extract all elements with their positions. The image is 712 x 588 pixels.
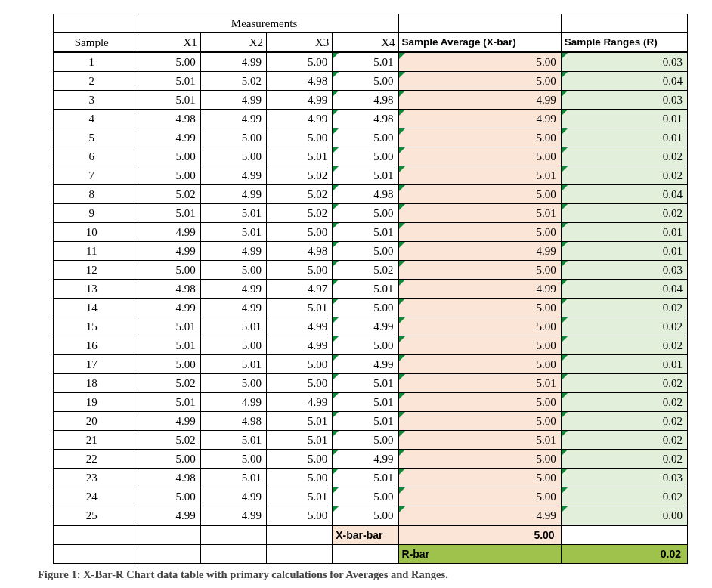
cell-x3: 5.01 [267,412,333,431]
cell-x2: 5.00 [200,450,266,469]
rbar-value: 0.02 [561,545,687,564]
table-row: 155.015.014.994.995.000.02 [54,317,688,336]
cell-x3: 5.00 [267,355,333,374]
cell-sample: 13 [54,280,135,299]
cell-range: 0.01 [561,223,687,242]
cell-x4: 5.01 [333,374,398,393]
cell-xbar: 5.00 [398,147,561,166]
cell-x1: 5.01 [135,336,200,355]
cell-range: 0.02 [561,431,687,450]
cell-sample: 14 [54,299,135,317]
cell-x1: 5.01 [135,91,200,110]
table-row: 215.025.015.015.005.010.02 [54,431,688,450]
cell-xbar: 5.00 [398,336,561,355]
cell-x1: 4.98 [135,280,200,299]
cell-xbar: 5.01 [398,204,561,223]
cell-x2: 5.02 [200,72,266,91]
cell-x4: 5.00 [333,506,398,526]
cell-x2: 5.00 [200,261,266,280]
cell-x1: 4.99 [135,299,200,317]
cell-x3: 4.99 [267,91,333,110]
cell-x2: 4.99 [200,52,266,72]
cell-x2: 5.00 [200,374,266,393]
cell-range: 0.02 [561,450,687,469]
cell-x1: 5.01 [135,72,200,91]
table-row: 165.015.004.995.005.000.02 [54,336,688,355]
cell-x4: 4.98 [333,110,398,128]
cell-range: 0.02 [561,393,687,412]
cell-x3: 5.01 [267,147,333,166]
cell-x2: 5.00 [200,128,266,147]
cell-x3: 4.99 [267,336,333,355]
blank-cell [267,525,333,545]
cell-x4: 5.02 [333,261,398,280]
cell-x1: 5.01 [135,317,200,336]
cell-x3: 5.00 [267,223,333,242]
cell-range: 0.02 [561,317,687,336]
cell-x2: 4.99 [200,280,266,299]
cell-sample: 1 [54,52,135,72]
cell-range: 0.02 [561,147,687,166]
blank-cell [200,525,266,545]
cell-x2: 5.01 [200,431,266,450]
table-row: 54.995.005.005.005.000.01 [54,128,688,147]
blank-cell [135,525,200,545]
cell-xbar: 5.00 [398,317,561,336]
table-row: 185.025.005.005.015.010.02 [54,374,688,393]
cell-range: 0.02 [561,336,687,355]
cell-sample: 19 [54,393,135,412]
cell-xbar: 5.01 [398,374,561,393]
table-row: 134.984.994.975.014.990.04 [54,280,688,299]
table-row: 204.994.985.015.015.000.02 [54,412,688,431]
blank-cell [267,545,333,564]
cell-x3: 4.98 [267,242,333,261]
cell-sample: 24 [54,487,135,506]
cell-x1: 4.99 [135,412,200,431]
cell-sample: 11 [54,242,135,261]
blank-cell [561,525,687,545]
cell-xbar: 5.00 [398,412,561,431]
header-x2: X2 [200,33,266,53]
cell-x4: 5.01 [333,166,398,185]
cell-x3: 5.02 [267,185,333,204]
cell-sample: 2 [54,72,135,91]
cell-xbar: 5.00 [398,223,561,242]
cell-range: 0.03 [561,91,687,110]
cell-range: 0.03 [561,469,687,487]
cell-x4: 5.00 [333,431,398,450]
cell-xbar: 5.00 [398,52,561,72]
cell-x2: 4.98 [200,412,266,431]
rbar-label: R-bar [398,545,561,564]
cell-x2: 5.01 [200,223,266,242]
cell-x3: 4.99 [267,110,333,128]
cell-x4: 5.01 [333,412,398,431]
cell-sample: 23 [54,469,135,487]
cell-sample: 15 [54,317,135,336]
cell-x3: 5.02 [267,204,333,223]
cell-sample: 3 [54,91,135,110]
table-row: 104.995.015.005.015.000.01 [54,223,688,242]
table-row: 254.994.995.005.004.990.00 [54,506,688,526]
cell-range: 0.04 [561,72,687,91]
cell-x3: 5.00 [267,469,333,487]
table-row: 15.004.995.005.015.000.03 [54,52,688,72]
cell-xbar: 4.99 [398,280,561,299]
cell-xbar: 5.00 [398,487,561,506]
cell-x1: 5.02 [135,374,200,393]
cell-x1: 5.02 [135,431,200,450]
cell-x3: 5.00 [267,374,333,393]
cell-xbar: 4.99 [398,506,561,526]
blank-cell [200,545,266,564]
cell-range: 0.02 [561,487,687,506]
cell-x4: 5.01 [333,280,398,299]
cell-x2: 4.99 [200,487,266,506]
table-row: 245.004.995.015.005.000.02 [54,487,688,506]
cell-x2: 4.99 [200,166,266,185]
cell-range: 0.01 [561,110,687,128]
cell-range: 0.00 [561,506,687,526]
cell-x4: 4.99 [333,355,398,374]
cell-x4: 5.01 [333,52,398,72]
cell-x2: 5.01 [200,469,266,487]
cell-x2: 4.99 [200,185,266,204]
table-row: 114.994.994.985.004.990.01 [54,242,688,261]
